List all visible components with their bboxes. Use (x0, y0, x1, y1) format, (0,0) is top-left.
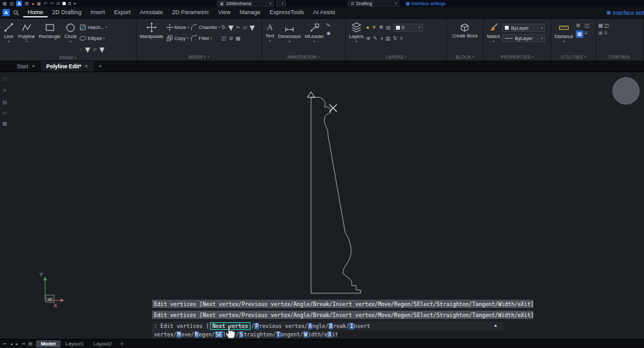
keyword-hotkey[interactable]: R (194, 331, 199, 338)
chevron-down-icon[interactable]: ▾ (187, 26, 189, 29)
properties-panel-icon[interactable]: ▤ (3, 99, 8, 105)
annotation-center-icon[interactable]: ◉ (327, 30, 331, 37)
control-polar-icon[interactable]: ≡ (605, 30, 610, 37)
tab-2d-parametric[interactable]: 2D Parametric (167, 8, 214, 17)
layer-new-icon[interactable]: ⊕ (366, 35, 371, 42)
tab-expresstools[interactable]: ExpressTools (265, 8, 309, 17)
point-tool-icon[interactable]: ◌ (79, 46, 82, 53)
keyword-hotkey[interactable]: B (328, 323, 333, 329)
erase-tool-icon[interactable]: ⊘ (229, 35, 233, 42)
visual-style-select[interactable]: ▣ 2dWireframe ▾ (217, 1, 274, 6)
workspace-select[interactable]: ⚙ Drafting ▾ (348, 1, 399, 6)
chevron-down-icon[interactable]: ▾ (563, 40, 565, 43)
offset-tool-icon[interactable]: ▱ (243, 24, 247, 31)
next-layout-icon[interactable]: ▸ (15, 342, 19, 347)
navigation-wheel[interactable] (612, 77, 639, 104)
chevron-down-icon[interactable]: ▾ (187, 37, 189, 40)
drawing-canvas[interactable]: □ ≡ ▤ (x) ▦ W Y X Edit vertices [Next (0, 72, 644, 339)
chevron-down-icon[interactable]: ▾ (26, 40, 28, 43)
panel-name-draw[interactable]: DRAW ▾ (0, 54, 136, 61)
chamfer-tool[interactable]: Chamfer ▾ (191, 23, 220, 32)
match-properties-tool[interactable]: Match ▾ (486, 21, 501, 43)
linetype-select[interactable]: ByLayer ▾ (502, 34, 545, 42)
chevron-down-icon[interactable]: ▾ (249, 21, 254, 34)
new-file-icon[interactable]: ▤ (24, 1, 29, 6)
chevron-down-icon[interactable]: ▾ (289, 40, 290, 43)
interface-settings-link[interactable]: ▦ Interface settings (605, 7, 644, 18)
polyline-profile[interactable] (311, 97, 361, 293)
tab-2d-drafting[interactable]: 2D Drafting (48, 8, 86, 17)
chevron-down-icon[interactable]: ▾ (493, 40, 495, 43)
layer-isolate-icon[interactable]: ◑ (380, 35, 383, 42)
app-menu-icon[interactable]: ▦ (3, 1, 7, 6)
mleader-tool[interactable]: MLeader ▾ (303, 21, 325, 43)
annotation-scale-select[interactable]: ▾ (276, 1, 286, 6)
new-document-button[interactable]: + (94, 61, 106, 72)
layer-on-bulb-icon[interactable]: ● (366, 24, 370, 31)
rotate-tool-icon[interactable]: ↻ (222, 24, 226, 31)
control-snap-icon[interactable]: ⊞ (598, 30, 603, 37)
comment-panel-icon[interactable]: □ (3, 76, 6, 82)
panel-name-annotation[interactable]: ANNOTATION ▾ (262, 53, 345, 61)
layer-restore-icon[interactable]: ↻ (393, 35, 397, 42)
layers-tool[interactable]: Layers ▾ (348, 21, 365, 43)
prev-layout-icon[interactable]: ◂ (10, 342, 14, 347)
current-layer-select[interactable]: 0 ▾ (393, 24, 423, 32)
search-icon[interactable] (13, 10, 19, 16)
manipulate-tool[interactable]: Manipulate (138, 21, 165, 39)
chevron-down-icon[interactable]: ▾ (8, 40, 10, 43)
last-layout-icon[interactable]: ⇥ (21, 342, 26, 347)
keyword-hotkey[interactable]: M (176, 331, 181, 338)
annotation-style-icon[interactable]: ✎ (327, 23, 331, 29)
command-prompt-line1[interactable]: : Edit vertices [Next vertex/Previous ve… (152, 322, 504, 331)
layer-print-icon[interactable]: ▤ (386, 24, 391, 31)
control-grid-icon[interactable]: ▦ (598, 23, 603, 29)
chevron-down-icon[interactable]: ▾ (106, 26, 108, 29)
rectangle-tool[interactable]: Rectangle (37, 21, 62, 39)
keyword-hotkey[interactable]: X (327, 331, 332, 338)
first-layout-icon[interactable]: ⇤ (3, 342, 8, 347)
chevron-down-icon[interactable]: ▾ (103, 37, 105, 40)
panel-name-layers[interactable]: LAYERS ▾ (346, 53, 446, 61)
layout-list-icon[interactable]: ▤ (28, 342, 33, 347)
undo-icon[interactable]: ↶ (44, 1, 48, 6)
polyline-tool[interactable]: Polyline ▾ (17, 21, 36, 43)
bricscad-logo[interactable]: A (3, 9, 10, 16)
workspace-switch-icon[interactable]: ▥ (10, 1, 14, 6)
keyword-hotkey[interactable]: A (308, 323, 312, 329)
tab-insert[interactable]: Insert (86, 8, 110, 17)
panel-name-properties[interactable]: PROPERTIES ▾ (484, 53, 551, 61)
current-color-swatch[interactable] (62, 2, 66, 5)
text-tool[interactable]: A Text ▾ (264, 21, 276, 43)
keyword-hotkey[interactable]: P (254, 323, 259, 329)
line-tool[interactable]: Line ▾ (2, 21, 15, 43)
tab-annotate[interactable]: Annotate (135, 8, 167, 17)
chevron-down-icon[interactable]: ▾ (269, 39, 271, 43)
keyword-hotkey[interactable]: W (303, 331, 308, 338)
keyword-hotkey[interactable]: SE (215, 331, 223, 338)
doc-tab-polyline-edit[interactable]: Polyline Edit*✕ (41, 61, 94, 72)
chevron-down-icon[interactable]: ▾ (70, 40, 71, 43)
chevron-down-icon[interactable]: ▾ (314, 40, 316, 43)
close-icon[interactable]: ✕ (84, 64, 88, 69)
control-ortho-icon[interactable]: ◫ (605, 23, 610, 29)
tab-manage[interactable]: Manage (235, 8, 265, 17)
chevron-down-icon[interactable]: ▾ (73, 1, 76, 6)
layout-tab-model[interactable]: Model (36, 340, 60, 347)
chevron-down-icon[interactable]: ▾ (218, 26, 220, 29)
region-tool-icon[interactable]: ▱ (93, 46, 97, 53)
array-tool-icon[interactable]: ▦ (236, 35, 241, 42)
mass-properties-tool-icon[interactable]: ≡ (585, 30, 590, 37)
close-icon[interactable]: ✕ (32, 64, 35, 69)
doc-tab-start[interactable]: Start✕ (12, 61, 41, 72)
quick-select-tool-icon[interactable]: ▦ (576, 30, 583, 38)
keyword-hotkey[interactable]: T (276, 331, 281, 338)
mirror-tool-icon[interactable]: ◫ (222, 35, 227, 42)
mail-icon[interactable]: ✉ (56, 1, 60, 6)
tab-ai-assist[interactable]: AI Assist (308, 8, 340, 17)
layers-panel-icon[interactable]: ≡ (3, 88, 6, 93)
tab-view[interactable]: View (214, 8, 235, 17)
layer-list-icon[interactable]: ≡ (400, 35, 403, 42)
layer-edit-icon[interactable]: ✎ (373, 35, 377, 42)
layer-freeze-icon[interactable]: ✻ (379, 24, 384, 31)
